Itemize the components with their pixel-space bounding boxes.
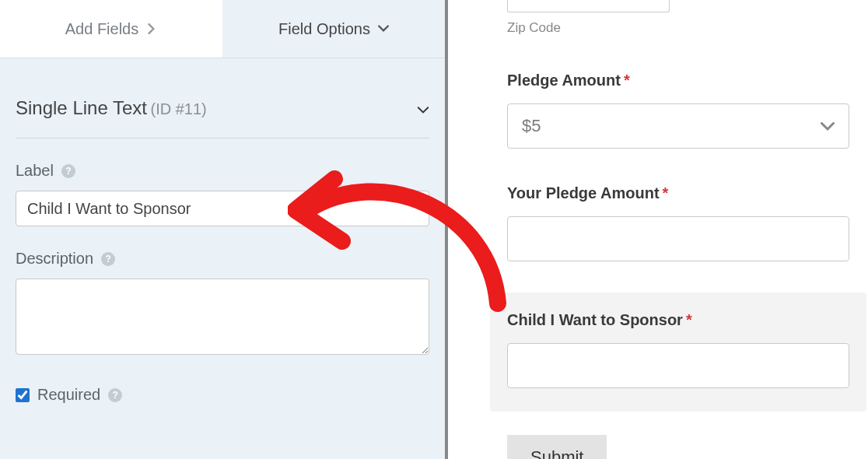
required-star-icon: * xyxy=(624,72,630,89)
zip-input-partial[interactable] xyxy=(507,0,670,12)
field-id-label: (ID #11) xyxy=(150,100,206,117)
required-star-icon: * xyxy=(663,184,669,201)
sponsor-input[interactable] xyxy=(507,343,849,388)
pledge-amount-select[interactable]: $5 xyxy=(507,103,849,149)
help-icon[interactable]: ? xyxy=(101,252,115,266)
help-icon[interactable]: ? xyxy=(61,164,75,178)
form-preview: Zip Code Pledge Amount* $5 Your Pledge A… xyxy=(448,0,868,459)
chevron-down-icon xyxy=(378,23,389,34)
description-caption: Description xyxy=(16,250,93,268)
pledge-label: Pledge Amount xyxy=(507,72,621,89)
tab-label: Add Fields xyxy=(65,20,139,38)
required-star-icon: * xyxy=(686,311,692,328)
label-caption: Label xyxy=(16,162,54,180)
chevron-down-icon xyxy=(417,103,429,117)
required-checkbox[interactable] xyxy=(16,388,30,402)
panel-tabs: Add Fields Field Options xyxy=(0,0,445,58)
field-label-input[interactable] xyxy=(16,191,429,226)
tab-field-options[interactable]: Field Options xyxy=(222,0,445,58)
submit-button[interactable]: Submit xyxy=(507,435,607,459)
pledge-select-value: $5 xyxy=(522,116,541,136)
your-pledge-input[interactable] xyxy=(507,216,849,261)
tab-add-fields[interactable]: Add Fields xyxy=(0,0,222,58)
your-pledge-label: Your Pledge Amount xyxy=(507,184,660,201)
sponsor-label: Child I Want to Sponsor xyxy=(507,311,683,328)
chevron-right-icon xyxy=(146,23,157,34)
zip-sublabel: Zip Code xyxy=(507,20,849,36)
chevron-down-icon xyxy=(821,116,835,136)
required-label: Required xyxy=(37,386,100,404)
field-description-input[interactable] xyxy=(16,279,429,355)
tab-label: Field Options xyxy=(278,20,370,38)
help-icon[interactable]: ? xyxy=(108,388,122,402)
field-type-title: Single Line Text xyxy=(16,97,147,118)
field-header[interactable]: Single Line Text (ID #11) xyxy=(16,97,429,138)
selected-field-highlight[interactable]: Child I Want to Sponsor* xyxy=(490,293,866,412)
